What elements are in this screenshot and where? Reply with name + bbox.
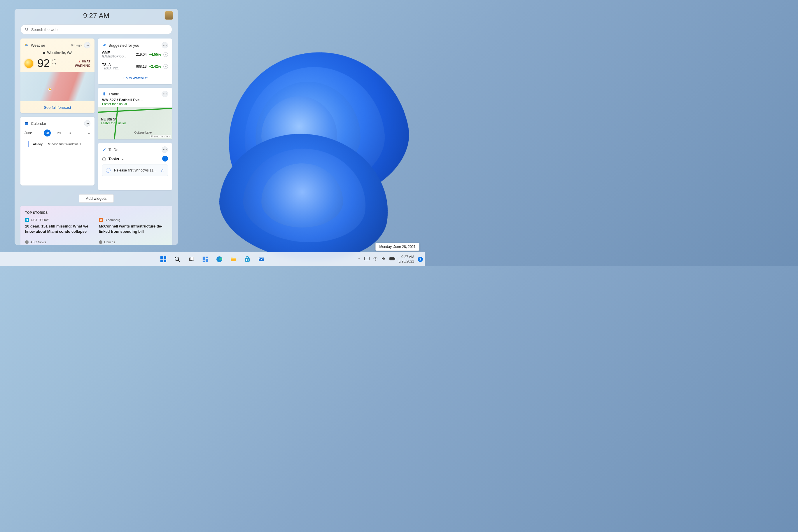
top-stories-heading: TOP STORIES [25, 211, 167, 214]
svg-line-14 [178, 260, 180, 262]
stock-company: TESLA, INC. [102, 67, 134, 70]
svg-rect-26 [246, 260, 247, 261]
taskbar-date: 6/28/2021 [399, 259, 414, 263]
source-icon [25, 240, 28, 244]
calendar-icon [24, 121, 28, 126]
weather-icon [24, 43, 28, 47]
wifi-icon[interactable] [373, 256, 378, 262]
add-stock-button[interactable]: + [163, 64, 168, 69]
source-icon [99, 240, 102, 244]
story-source: Bloomberg [105, 218, 120, 222]
add-widgets-button[interactable]: Add widgets [79, 194, 114, 203]
user-avatar[interactable] [165, 11, 173, 20]
stock-symbol: TSLA [102, 63, 134, 67]
story-item[interactable]: BBloomberg McConnell wants infrastructur… [99, 218, 167, 244]
stock-row[interactable]: GMEGAMESTOP CO... 219.04 +4.55% + [102, 49, 168, 60]
store-button[interactable] [242, 253, 253, 265]
calendar-day-active[interactable]: 28 [44, 130, 51, 136]
svg-rect-10 [164, 256, 166, 259]
tray-overflow-button[interactable] [357, 257, 361, 261]
volume-icon[interactable] [381, 256, 386, 262]
story-sub-source: ABC News [30, 240, 46, 244]
map-location-pin [49, 88, 51, 91]
heat-warning: ▲ HEATWARNING [75, 59, 90, 68]
traffic-icon [102, 92, 106, 96]
calendar-event[interactable]: Release first Windows 1... [47, 142, 84, 146]
traffic-widget[interactable]: Traffic ⋯ WA-527 / Bothell Eve... Faster… [98, 88, 172, 139]
svg-point-35 [375, 260, 376, 261]
forecast-link[interactable]: See full forecast [24, 103, 90, 110]
edge-button[interactable] [213, 253, 225, 265]
svg-rect-23 [245, 258, 250, 262]
weather-more-button[interactable]: ⋯ [84, 42, 90, 49]
stock-row[interactable]: TSLATESLA, INC. 688.13 +2.42% + [102, 60, 168, 72]
stock-price: 219.04 [136, 53, 147, 57]
weather-widget[interactable]: Weather 6m ago ⋯ Woodinville, WA 92 °F°C [20, 38, 95, 113]
weather-map[interactable] [20, 72, 95, 101]
taskbar-search-button[interactable] [171, 253, 183, 265]
traffic-status-2: Faster than usual [101, 121, 169, 125]
weather-age: 6m ago [71, 43, 82, 47]
top-stories-widget[interactable]: TOP STORIES uUSA TODAY 10 dead, 151 stil… [20, 206, 172, 245]
calendar-day[interactable]: 29 [55, 130, 62, 136]
todo-icon [102, 148, 106, 152]
event-accent-rule [28, 141, 29, 147]
traffic-map[interactable]: NE 8th St Faster than usual Cottage Lake… [98, 107, 172, 139]
weather-temp: 92 [37, 57, 50, 70]
start-button[interactable] [157, 253, 169, 265]
traffic-place-label: Cottage Lake [134, 131, 152, 134]
taskbar-center [157, 253, 267, 265]
task-view-button[interactable] [186, 253, 197, 265]
svg-rect-17 [203, 256, 205, 260]
mail-button[interactable] [255, 253, 267, 265]
todo-widget[interactable]: To Do ⋯ Tasks ⌄ + Release first Windows … [98, 143, 172, 190]
search-input[interactable] [31, 27, 168, 32]
story-headline: 10 dead, 151 still missing: What we know… [25, 224, 94, 234]
traffic-status: Faster than usual [102, 102, 168, 106]
weather-unit-toggle[interactable]: °F°C [51, 59, 56, 66]
svg-rect-25 [248, 259, 248, 260]
bloomberg-icon: B [99, 218, 103, 222]
svg-rect-27 [248, 260, 248, 261]
stock-change: +2.42% [149, 64, 161, 69]
calendar-allday-label: All day [33, 142, 43, 146]
file-explorer-button[interactable] [228, 253, 239, 265]
map-attribution: © 2021 TomTom [150, 135, 171, 138]
calendar-day[interactable]: 30 [67, 130, 74, 136]
battery-icon[interactable] [390, 257, 395, 261]
search-input-wrapper[interactable] [20, 24, 172, 34]
chevron-down-icon[interactable]: ⌄ [121, 157, 124, 161]
calendar-more-button[interactable]: ⋯ [84, 120, 90, 127]
svg-rect-22 [231, 259, 236, 261]
star-icon[interactable]: ☆ [160, 168, 164, 173]
keyboard-icon[interactable] [364, 256, 369, 262]
add-stock-button[interactable]: + [163, 52, 168, 57]
search-icon [25, 27, 29, 32]
add-task-button[interactable]: + [162, 156, 168, 162]
task-item[interactable]: Release first Windows 11... ☆ [102, 165, 168, 176]
calendar-title: Calendar [31, 121, 46, 126]
svg-rect-18 [206, 256, 208, 258]
tasks-label[interactable]: Tasks [109, 157, 119, 161]
task-text: Release first Windows 11... [114, 168, 156, 172]
svg-rect-38 [390, 258, 394, 260]
traffic-more-button[interactable]: ⋯ [162, 91, 168, 97]
widgets-button[interactable] [200, 253, 211, 265]
stocks-widget[interactable]: Suggested for you ⋯ GMEGAMESTOP CO... 21… [98, 38, 172, 84]
stocks-icon [102, 43, 106, 47]
calendar-widget[interactable]: Calendar ⋯ June 28 29 30 ⌄ All day Relea… [20, 117, 95, 186]
todo-title: To Do [109, 148, 118, 152]
story-item[interactable]: uUSA TODAY 10 dead, 151 still missing: W… [25, 218, 94, 244]
chevron-down-icon[interactable]: ⌄ [88, 131, 90, 135]
calendar-month: June [24, 131, 39, 135]
task-complete-checkbox[interactable] [106, 168, 111, 173]
watchlist-link[interactable]: Go to watchlist [102, 72, 168, 81]
svg-rect-4 [25, 122, 28, 123]
weather-location: Woodinville, WA [47, 51, 73, 55]
taskbar-clock[interactable]: 9:27 AM 6/28/2021 [399, 255, 414, 263]
notification-badge[interactable]: 2 [418, 256, 423, 262]
widgets-panel: 9:27 AM Weather 6m ago ⋯ Woodinville, WA [15, 9, 178, 245]
todo-more-button[interactable]: ⋯ [162, 147, 168, 153]
story-source: USA TODAY [31, 218, 49, 222]
stocks-more-button[interactable]: ⋯ [162, 42, 168, 49]
